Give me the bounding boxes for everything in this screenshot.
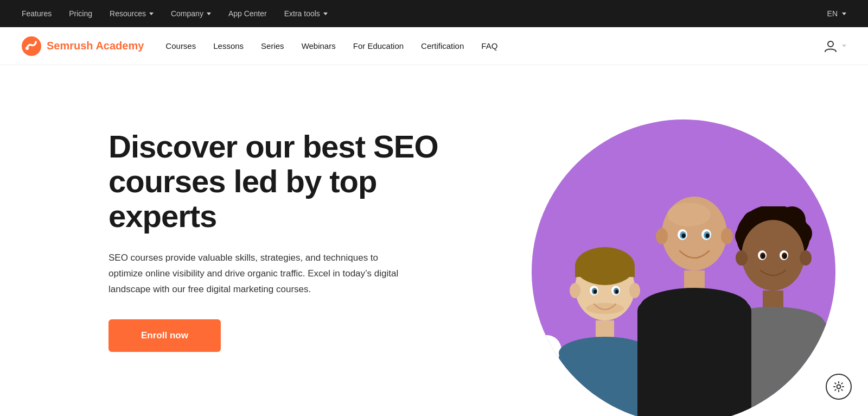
top-nav-pricing[interactable]: Pricing: [69, 9, 92, 18]
svg-point-6: [570, 283, 580, 298]
svg-point-45: [762, 255, 765, 259]
nav-courses[interactable]: Courses: [165, 41, 196, 51]
chevron-down-icon: [842, 12, 846, 15]
nav-lessons[interactable]: Lessons: [213, 41, 244, 51]
academy-nav-links: Courses Lessons Series Webinars For Educ…: [165, 41, 497, 51]
svg-rect-5: [575, 266, 635, 277]
person-center-silhouette: [632, 185, 757, 416]
chevron-down-icon: [842, 45, 846, 47]
chevron-down-icon: [207, 12, 211, 15]
svg-point-13: [615, 290, 618, 294]
hero-circle-bg: [532, 119, 835, 416]
hero-section: Discover our best SEO courses led by top…: [0, 65, 868, 416]
semrush-logo-icon: [22, 36, 41, 56]
hero-image-area: [499, 109, 868, 416]
top-nav-app-center[interactable]: App Center: [228, 9, 267, 18]
svg-point-1: [25, 47, 29, 50]
language-selector[interactable]: EN: [827, 9, 846, 18]
svg-point-20: [656, 228, 668, 244]
svg-point-0: [22, 36, 41, 56]
settings-button[interactable]: [826, 374, 852, 400]
enroll-now-button[interactable]: Enroll now: [108, 319, 221, 352]
svg-point-27: [706, 234, 710, 238]
gear-icon: [833, 381, 845, 393]
svg-point-46: [783, 255, 787, 259]
academy-nav-left: Semrush Academy Courses Lessons Series W…: [22, 36, 497, 56]
nav-faq[interactable]: FAQ: [481, 41, 497, 51]
svg-point-12: [593, 290, 597, 294]
top-navigation: Features Pricing Resources Company App C…: [0, 0, 868, 27]
chevron-down-icon: [149, 12, 154, 15]
user-icon: [824, 39, 838, 53]
brand-logo-link[interactable]: Semrush Academy: [22, 36, 144, 56]
user-account-menu[interactable]: [824, 39, 846, 53]
hero-title: Discover our best SEO courses led by top…: [108, 129, 445, 233]
svg-point-21: [721, 228, 733, 244]
svg-point-2: [828, 41, 833, 47]
nav-certification[interactable]: Certification: [421, 41, 464, 51]
svg-point-30: [640, 288, 749, 326]
top-nav-extra-tools[interactable]: Extra tools: [284, 9, 328, 18]
brand-name: Semrush Academy: [47, 40, 144, 52]
chevron-down-icon: [323, 12, 328, 15]
nav-series[interactable]: Series: [261, 41, 284, 51]
academy-navigation: Semrush Academy Courses Lessons Series W…: [0, 27, 868, 65]
svg-point-50: [837, 385, 841, 389]
svg-point-26: [682, 234, 686, 238]
top-nav-resources[interactable]: Resources: [110, 9, 154, 18]
nav-for-education[interactable]: For Education: [353, 41, 404, 51]
svg-point-14: [586, 303, 624, 314]
hero-description: SEO courses provide valuable skills, str…: [108, 250, 412, 298]
hero-content: Discover our best SEO courses led by top…: [108, 129, 445, 352]
svg-point-40: [800, 250, 812, 266]
svg-point-19: [667, 203, 711, 226]
top-nav-links: Features Pricing Resources Company App C…: [22, 9, 328, 18]
top-nav-features[interactable]: Features: [22, 9, 52, 18]
top-nav-company[interactable]: Company: [171, 9, 211, 18]
nav-webinars[interactable]: Webinars: [302, 41, 336, 51]
